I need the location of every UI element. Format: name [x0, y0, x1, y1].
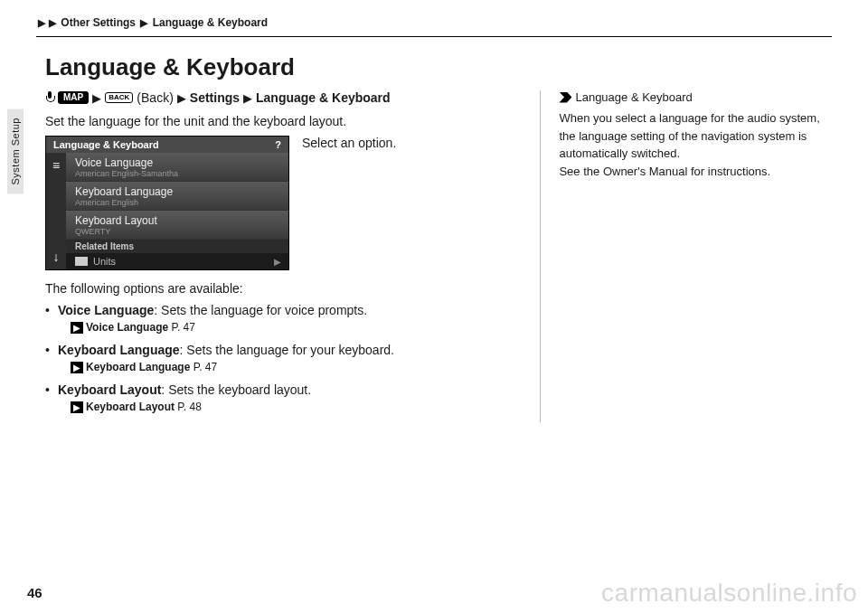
ref-icon: ▶: [71, 322, 83, 334]
page-title: Language & Keyboard: [45, 53, 832, 81]
down-arrow-icon: ↓: [53, 250, 60, 264]
nav-settings: Settings: [190, 90, 240, 105]
instruction-text: Select an option.: [302, 136, 396, 150]
note-column: Language & Keyboard When you select a la…: [540, 90, 832, 422]
ref-page: P. 48: [177, 401, 201, 413]
arrow-icon: ▶: [49, 17, 56, 28]
back-text: (Back): [137, 90, 173, 105]
watermark: carmanualsonline.info: [601, 579, 857, 608]
page-number: 46: [27, 585, 42, 600]
breadcrumb-level2: Language & Keyboard: [153, 16, 268, 29]
note-body: When you select a language for the audio…: [559, 109, 832, 180]
ruler-icon: [75, 257, 88, 266]
ref-page: P. 47: [193, 361, 217, 373]
note-paragraph: When you select a language for the audio…: [559, 109, 832, 163]
mic-icon: [45, 91, 54, 104]
menu-icon: ≡: [52, 158, 60, 173]
preview-item-sub: QWERTY: [75, 227, 279, 236]
preview-item-label: Voice Language: [75, 156, 279, 169]
preview-footer: Units ▶: [66, 253, 288, 269]
cross-ref: ▶Voice Language P. 47: [58, 321, 504, 334]
note-title: Language & Keyboard: [575, 90, 692, 104]
map-button-chip: MAP: [58, 91, 89, 104]
option-desc: : Sets the language for your keyboard.: [180, 343, 394, 357]
note-icon: [559, 92, 571, 103]
option-item: Keyboard Layout: Sets the keyboard layou…: [45, 382, 504, 413]
preview-related: Related Items: [66, 240, 288, 253]
play-icon: ▶: [274, 257, 281, 267]
preview-item-sub: American English: [75, 198, 279, 207]
options-list: Voice Language: Sets the language for vo…: [45, 303, 504, 413]
option-label: Keyboard Language: [58, 343, 180, 357]
preview-item-label: Keyboard Language: [75, 185, 279, 198]
cross-ref: ▶Keyboard Language P. 47: [58, 361, 504, 373]
preview-item: Voice Language American English-Samantha: [66, 153, 288, 182]
section-tab: System Setup: [7, 108, 24, 193]
arrow-icon: ▶: [243, 91, 252, 105]
preview-footer-label: Units: [93, 256, 116, 267]
option-desc: : Sets the language for voice prompts.: [154, 303, 367, 317]
option-desc: : Sets the keyboard layout.: [161, 382, 311, 397]
ref-icon: ▶: [71, 401, 83, 413]
options-lead: The following options are available:: [45, 281, 504, 296]
note-paragraph: See the Owner's Manual for instructions.: [559, 163, 832, 181]
lead-text: Set the language for the unit and the ke…: [45, 114, 504, 128]
ref-label: Keyboard Language: [86, 361, 190, 373]
help-icon: ?: [275, 139, 281, 150]
arrow-icon: ▶: [92, 91, 101, 105]
main-column: MAP ▶ BACK (Back) ▶ Settings ▶ Language …: [45, 90, 504, 422]
note-heading: Language & Keyboard: [559, 90, 832, 104]
cross-ref: ▶Keyboard Layout P. 48: [58, 401, 504, 413]
preview-item-label: Keyboard Layout: [75, 214, 279, 227]
breadcrumb: ▶▶ Other Settings ▶ Language & Keyboard: [36, 16, 832, 37]
option-label: Keyboard Layout: [58, 382, 161, 397]
arrow-icon: ▶: [140, 17, 147, 28]
ref-label: Voice Language: [86, 321, 168, 334]
arrow-icon: ▶: [177, 91, 186, 105]
preview-item: Keyboard Language American English: [66, 182, 288, 211]
back-button-chip: BACK: [105, 92, 133, 103]
nav-final: Language & Keyboard: [256, 90, 391, 105]
screen-preview: Language & Keyboard ? ≡ ↓ Voice Language…: [45, 136, 289, 270]
option-label: Voice Language: [58, 303, 154, 317]
nav-path: MAP ▶ BACK (Back) ▶ Settings ▶ Language …: [45, 90, 504, 105]
breadcrumb-level1: Other Settings: [61, 16, 136, 29]
option-item: Voice Language: Sets the language for vo…: [45, 303, 504, 334]
preview-title: Language & Keyboard: [53, 139, 159, 150]
preview-item: Keyboard Layout QWERTY: [66, 211, 288, 240]
arrow-icon: ▶: [38, 17, 45, 28]
ref-icon: ▶: [71, 362, 83, 373]
ref-page: P. 47: [171, 321, 194, 334]
option-item: Keyboard Language: Sets the language for…: [45, 343, 504, 373]
preview-item-sub: American English-Samantha: [75, 169, 279, 178]
ref-label: Keyboard Layout: [86, 401, 175, 413]
